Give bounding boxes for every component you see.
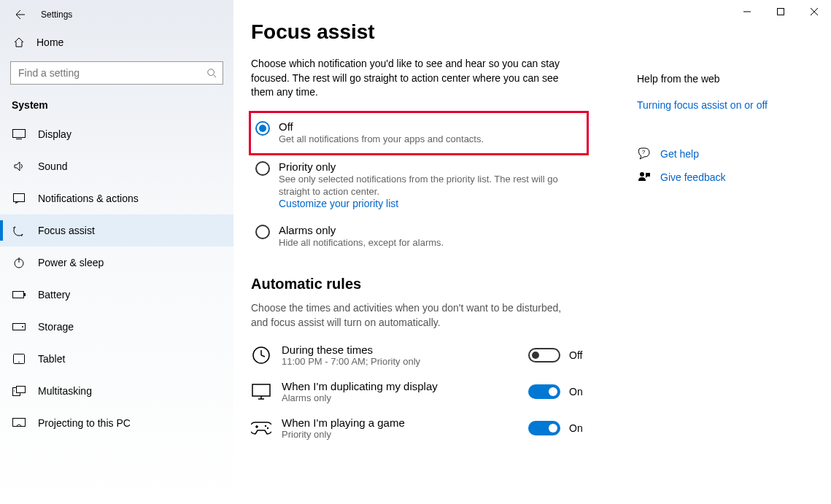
sidebar-item-focus-assist[interactable]: Focus assist bbox=[0, 214, 233, 247]
svg-point-12 bbox=[18, 362, 20, 363]
rule-toggle[interactable] bbox=[528, 348, 560, 363]
automatic-rules-desc: Choose the times and activities when you… bbox=[251, 301, 572, 330]
sidebar-item-label: Multitasking bbox=[38, 385, 92, 397]
notifications-icon bbox=[12, 193, 26, 203]
home-icon bbox=[12, 36, 26, 48]
sidebar-item-multitasking[interactable]: Multitasking bbox=[0, 375, 233, 407]
rule-title: During these times bbox=[282, 344, 528, 356]
svg-rect-16 bbox=[13, 419, 26, 427]
maximize-button[interactable] bbox=[764, 0, 797, 23]
svg-rect-7 bbox=[13, 292, 24, 298]
sidebar-item-label: Projecting to this PC bbox=[38, 417, 131, 429]
get-help-link[interactable]: Get help bbox=[660, 148, 699, 160]
page-intro: Choose which notification you'd like to … bbox=[251, 57, 572, 100]
option-priority-only[interactable]: Priority only See only selected notifica… bbox=[251, 153, 587, 217]
caption-buttons bbox=[730, 0, 831, 23]
home-link[interactable]: Home bbox=[0, 29, 233, 55]
sidebar-item-label: Storage bbox=[38, 321, 74, 333]
customize-priority-link[interactable]: Customize your priority list bbox=[279, 198, 582, 209]
svg-rect-4 bbox=[14, 194, 25, 202]
svg-point-24 bbox=[267, 427, 268, 428]
rule-duplicating-display[interactable]: When I'm duplicating my display Alarms o… bbox=[251, 380, 601, 403]
rule-sub: Alarms only bbox=[282, 392, 528, 403]
sidebar-item-notifications[interactable]: Notifications & actions bbox=[0, 182, 233, 214]
gamepad-icon bbox=[251, 418, 271, 438]
option-off[interactable]: Off Get all notifications from your apps… bbox=[249, 111, 589, 155]
rule-playing-game[interactable]: When I'm playing a game Priority only On bbox=[251, 416, 601, 440]
page-title: Focus assist bbox=[251, 20, 813, 44]
monitor-icon bbox=[251, 381, 271, 402]
minimize-button[interactable] bbox=[730, 0, 764, 23]
toggle-state: Off bbox=[569, 349, 582, 361]
clock-icon bbox=[251, 345, 271, 365]
rule-during-times[interactable]: During these times 11:00 PM - 7:00 AM; P… bbox=[251, 344, 601, 367]
feedback-icon bbox=[637, 171, 652, 184]
home-label: Home bbox=[36, 36, 63, 48]
focus-assist-icon bbox=[12, 225, 26, 236]
radio-icon bbox=[255, 225, 270, 239]
option-label: Priority only bbox=[279, 160, 582, 173]
option-label: Alarms only bbox=[279, 224, 444, 236]
sidebar-item-label: Sound bbox=[38, 160, 67, 172]
svg-rect-20 bbox=[252, 384, 270, 396]
option-alarms-only[interactable]: Alarms only Hide all notifications, exce… bbox=[251, 217, 587, 257]
svg-rect-8 bbox=[24, 293, 26, 296]
sidebar-item-label: Display bbox=[38, 128, 71, 140]
sidebar-item-battery[interactable]: Battery bbox=[0, 279, 233, 311]
toggle-state: On bbox=[569, 386, 583, 398]
sound-icon bbox=[12, 160, 26, 172]
sidebar-section-header: System bbox=[0, 95, 233, 118]
svg-rect-14 bbox=[17, 387, 26, 393]
option-label: Off bbox=[279, 120, 484, 133]
sidebar: Settings Home System Display Sound Notif… bbox=[0, 0, 233, 504]
display-icon bbox=[12, 129, 26, 139]
svg-point-0 bbox=[208, 69, 214, 76]
multitasking-icon bbox=[12, 386, 26, 396]
sidebar-item-label: Tablet bbox=[38, 353, 65, 365]
titlebar: Settings bbox=[0, 0, 233, 29]
focus-assist-options: Off Get all notifications from your apps… bbox=[251, 111, 587, 257]
option-desc: Get all notifications from your apps and… bbox=[279, 133, 484, 146]
rule-sub: 11:00 PM - 7:00 AM; Priority only bbox=[282, 356, 528, 367]
sidebar-item-label: Notifications & actions bbox=[38, 193, 139, 204]
sidebar-item-storage[interactable]: Storage bbox=[0, 311, 233, 343]
power-icon bbox=[12, 257, 26, 268]
give-feedback-link[interactable]: Give feedback bbox=[660, 171, 726, 183]
sidebar-item-label: Battery bbox=[38, 289, 70, 301]
tablet-icon bbox=[12, 354, 26, 364]
svg-rect-30 bbox=[778, 9, 784, 15]
sidebar-item-display[interactable]: Display bbox=[0, 118, 233, 150]
sidebar-item-tablet[interactable]: Tablet bbox=[0, 343, 233, 375]
sidebar-item-power[interactable]: Power & sleep bbox=[0, 247, 233, 279]
help-pane: Help from the web Turning focus assist o… bbox=[637, 73, 812, 194]
rule-title: When I'm duplicating my display bbox=[282, 380, 528, 392]
sidebar-item-label: Focus assist bbox=[38, 225, 95, 236]
window-title: Settings bbox=[41, 9, 72, 20]
rule-toggle[interactable] bbox=[528, 384, 560, 399]
option-desc: Hide all notifications, except for alarm… bbox=[279, 237, 444, 249]
back-button[interactable] bbox=[13, 7, 28, 22]
help-web-link[interactable]: Turning focus assist on or off bbox=[637, 99, 812, 111]
svg-line-19 bbox=[261, 355, 265, 357]
svg-text:?: ? bbox=[642, 149, 646, 155]
projecting-icon bbox=[12, 418, 26, 428]
close-button[interactable] bbox=[797, 0, 831, 23]
help-heading: Help from the web bbox=[637, 73, 812, 85]
rule-sub: Priority only bbox=[282, 429, 528, 440]
storage-icon bbox=[12, 323, 26, 330]
sidebar-item-sound[interactable]: Sound bbox=[0, 150, 233, 182]
battery-icon bbox=[12, 291, 26, 298]
search-box[interactable] bbox=[10, 61, 223, 85]
svg-point-10 bbox=[22, 326, 23, 327]
automatic-rules-heading: Automatic rules bbox=[251, 276, 813, 292]
search-icon bbox=[206, 68, 217, 78]
toggle-state: On bbox=[569, 422, 583, 434]
radio-icon bbox=[255, 121, 270, 136]
svg-line-1 bbox=[214, 75, 217, 78]
search-input[interactable] bbox=[17, 66, 206, 80]
sidebar-item-projecting[interactable]: Projecting to this PC bbox=[0, 407, 233, 439]
svg-rect-2 bbox=[13, 130, 26, 138]
get-help-icon: ? bbox=[637, 147, 652, 160]
rule-toggle[interactable] bbox=[528, 421, 560, 435]
main-content: Focus assist Choose which notification y… bbox=[233, 0, 831, 504]
